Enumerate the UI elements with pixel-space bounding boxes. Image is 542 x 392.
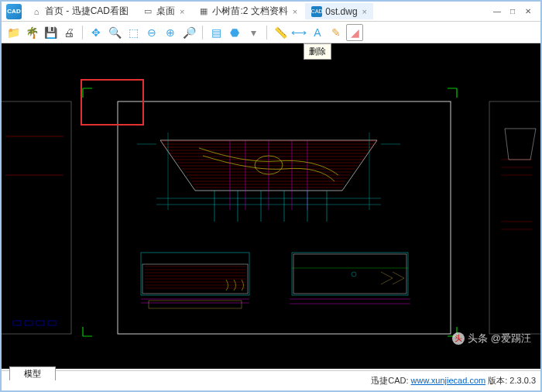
footer-link[interactable]: www.xunjiecad.com — [411, 376, 486, 385]
svg-rect-61 — [36, 321, 44, 325]
separator — [202, 26, 203, 40]
separator — [82, 26, 83, 40]
document-tab[interactable]: CAD0st.dwg× — [305, 3, 373, 19]
minimize-button[interactable]: — — [489, 5, 505, 18]
tab-label: 0st.dwg — [325, 6, 357, 17]
tab-icon: ⌂ — [31, 6, 42, 17]
statusbar: 迅捷CAD: www.xunjiecad.com 版本: 2.3.0.3 — [2, 370, 540, 390]
svg-point-58 — [352, 272, 356, 277]
pan-icon[interactable]: ✥ — [87, 24, 105, 41]
maximize-button[interactable]: □ — [505, 5, 520, 18]
drawing-canvas[interactable]: 头 头条 @爱踢汪 — [2, 43, 540, 369]
footer-version: 2.3.0.3 — [509, 376, 536, 385]
tab-close-icon[interactable]: × — [293, 7, 297, 16]
svg-rect-59 — [13, 321, 21, 325]
footer-brand: 迅捷CAD: — [371, 376, 408, 385]
erase-icon[interactable]: ◢ — [346, 24, 363, 41]
svg-rect-2 — [489, 101, 540, 334]
watermark-author: @爱踢汪 — [491, 332, 531, 346]
dimension-icon[interactable]: ⟷ — [290, 24, 307, 41]
edit-icon[interactable]: ✎ — [328, 24, 345, 41]
tooltip: 删除 — [304, 43, 331, 60]
3d-icon[interactable]: ⬣ — [226, 24, 243, 41]
text-icon[interactable]: A — [309, 24, 326, 41]
model-tab[interactable]: 模型 — [9, 366, 56, 380]
save-icon[interactable]: 💾 — [42, 24, 59, 41]
svg-rect-60 — [25, 321, 33, 325]
measure-icon[interactable]: 📏 — [272, 24, 289, 41]
footer-text: 迅捷CAD: www.xunjiecad.com 版本: 2.3.0.3 — [371, 375, 536, 387]
svg-rect-53 — [292, 253, 408, 295]
titlebar: CAD ⌂首页 - 迅捷CAD看图▭桌面×▦小树苗:2 文档资料×CAD0st.… — [2, 2, 540, 22]
tab-icon: ▭ — [142, 6, 153, 17]
selection-rectangle — [81, 79, 144, 126]
document-tab[interactable]: ▭桌面× — [136, 3, 190, 19]
svg-rect-52 — [149, 301, 242, 308]
tab-icon: CAD — [311, 6, 322, 17]
svg-rect-54 — [293, 254, 406, 294]
print-icon[interactable]: 🖨 — [60, 24, 77, 41]
document-tab[interactable]: ⌂首页 - 迅捷CAD看图 — [25, 3, 135, 19]
tab-label: 小树苗:2 文档资料 — [212, 5, 287, 18]
zoom-plus-icon[interactable]: ⊕ — [162, 24, 179, 41]
tab-label: 桌面 — [156, 5, 175, 18]
watermark: 头 头条 @爱踢汪 — [452, 332, 531, 346]
dropdown-icon[interactable]: ▾ — [245, 24, 262, 41]
palm-icon[interactable]: 🌴 — [23, 24, 40, 41]
close-button[interactable]: ✕ — [520, 5, 536, 18]
layers-icon[interactable]: ▤ — [208, 24, 225, 41]
footer-version-label: 版本: — [488, 376, 507, 385]
svg-rect-40 — [141, 253, 249, 295]
open-icon[interactable]: 📁 — [5, 24, 22, 41]
zoom-minus-icon[interactable]: ⊖ — [143, 24, 160, 41]
tab-icon: ▦ — [198, 6, 209, 17]
watermark-prefix: 头条 — [468, 332, 488, 346]
zoom-region-icon[interactable]: ⬚ — [125, 24, 142, 41]
app-icon: CAD — [6, 4, 22, 19]
toolbar: 📁🌴💾🖨✥🔍⬚⊖⊕🔎▤⬣▾📏⟷A✎◢ — [2, 22, 540, 43]
window-controls: — □ ✕ — [489, 5, 536, 18]
tab-label: 首页 - 迅捷CAD看图 — [45, 5, 129, 18]
separator — [266, 26, 267, 40]
zoom-fit-icon[interactable]: 🔎 — [180, 24, 197, 41]
svg-rect-62 — [48, 321, 56, 325]
tab-close-icon[interactable]: × — [180, 7, 184, 16]
tab-close-icon[interactable]: × — [362, 7, 367, 16]
document-tab[interactable]: ▦小树苗:2 文档资料× — [192, 3, 304, 19]
zoom-in-icon[interactable]: 🔍 — [106, 24, 123, 41]
watermark-logo-icon: 头 — [452, 332, 465, 345]
